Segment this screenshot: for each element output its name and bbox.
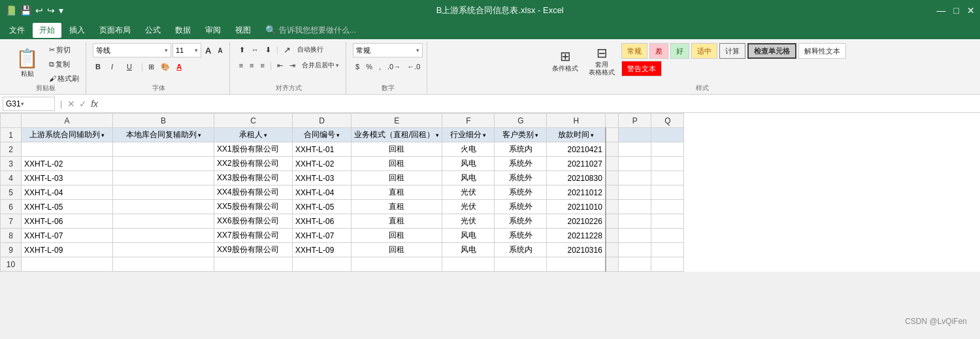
customize-icon[interactable]: ▾	[59, 5, 63, 16]
menu-home[interactable]: 开始	[33, 23, 61, 38]
format-as-table-button[interactable]: ⊟ 套用表格格式	[585, 43, 619, 78]
align-right-button[interactable]: ≡	[257, 59, 267, 72]
border-button[interactable]: ⊞	[146, 60, 157, 73]
cell-d10[interactable]	[293, 257, 351, 272]
cell-c9[interactable]: XX9股份有限公司	[214, 243, 293, 257]
cell-d3[interactable]: XXHT-L-02	[293, 157, 351, 171]
cell-a2[interactable]	[22, 142, 113, 157]
maximize-icon[interactable]: □	[954, 5, 959, 16]
cell-h9[interactable]: 20210316	[547, 243, 606, 257]
menu-view[interactable]: 视图	[229, 23, 257, 38]
style-calc[interactable]: 计算	[719, 43, 745, 59]
name-box[interactable]: G31 ▾	[3, 97, 55, 111]
cell-q2[interactable]	[651, 142, 684, 157]
cell-c10[interactable]	[214, 257, 293, 272]
percent-button[interactable]: %	[363, 60, 375, 73]
increase-decimal-button[interactable]: ←.0	[404, 60, 423, 73]
col-header-e[interactable]: E	[351, 114, 442, 128]
cell-d7[interactable]: XXHT-L-06	[293, 214, 351, 229]
cell-e4[interactable]: 回租	[351, 171, 442, 186]
cell-b10[interactable]	[113, 257, 214, 272]
font-size-increase-button[interactable]: A	[203, 44, 214, 57]
save-icon[interactable]: 💾	[20, 5, 31, 16]
cut-button[interactable]: ✂ 剪切	[46, 43, 82, 56]
cell-e10[interactable]	[351, 257, 442, 272]
font-name-selector[interactable]: 等线 ▾	[93, 43, 171, 57]
cell-b3[interactable]	[113, 157, 214, 171]
cell-h6[interactable]: 20211010	[547, 200, 606, 214]
cell-f2[interactable]: 火电	[442, 142, 495, 157]
cell-p1[interactable]	[619, 128, 651, 142]
font-size-decrease-button[interactable]: A	[215, 44, 225, 57]
menu-insert[interactable]: 插入	[63, 23, 91, 38]
cell-q9[interactable]	[651, 243, 684, 257]
bold-button[interactable]: B	[93, 60, 107, 73]
cell-e1[interactable]: 业务模式（直租/回租）▾	[351, 128, 442, 142]
cell-e5[interactable]: 直租	[351, 186, 442, 200]
menu-data[interactable]: 数据	[169, 23, 197, 38]
cell-d1[interactable]: 合同编号▾	[293, 128, 351, 142]
cell-p9[interactable]	[619, 243, 651, 257]
style-good[interactable]: 好	[670, 43, 689, 59]
cell-a8[interactable]: XXHT-L-07	[22, 229, 113, 243]
cell-p5[interactable]	[619, 186, 651, 200]
cell-h2[interactable]: 20210421	[547, 142, 606, 157]
cell-a1[interactable]: 上游系统合同辅助列▾	[22, 128, 113, 142]
cell-p3[interactable]	[619, 157, 651, 171]
minimize-icon[interactable]: —	[937, 5, 946, 16]
cell-c2[interactable]: XX1股份有限公司	[214, 142, 293, 157]
cell-f3[interactable]: 风电	[442, 157, 495, 171]
cell-c8[interactable]: XX7股份有限公司	[214, 229, 293, 243]
col-header-b[interactable]: B	[113, 114, 214, 128]
cell-e9[interactable]: 回租	[351, 243, 442, 257]
cell-f10[interactable]	[442, 257, 495, 272]
cell-q3[interactable]	[651, 157, 684, 171]
cell-g10[interactable]	[495, 257, 547, 272]
merge-center-button[interactable]: 合并后居中 ▾	[299, 59, 342, 72]
wrap-text-button[interactable]: 自动换行	[295, 43, 326, 56]
cell-q5[interactable]	[651, 186, 684, 200]
copy-button[interactable]: ⧉ 复制	[46, 57, 82, 71]
close-icon[interactable]: ✕	[967, 5, 975, 16]
cell-c7[interactable]: XX6股份有限公司	[214, 214, 293, 229]
cell-q7[interactable]	[651, 214, 684, 229]
cell-b8[interactable]	[113, 229, 214, 243]
cell-f9[interactable]: 风电	[442, 243, 495, 257]
increase-indent-button[interactable]: ⇥	[287, 59, 298, 72]
cell-d6[interactable]: XXHT-L-05	[293, 200, 351, 214]
cell-h10[interactable]	[547, 257, 606, 272]
col-header-p[interactable]: P	[619, 114, 651, 128]
decrease-indent-button[interactable]: ⇤	[274, 59, 286, 72]
align-bottom-button[interactable]: ⬇	[263, 43, 274, 56]
cell-g8[interactable]: 系统外	[495, 229, 547, 243]
style-warn[interactable]: 警告文本	[621, 61, 662, 76]
cell-q8[interactable]	[651, 229, 684, 243]
cell-p8[interactable]	[619, 229, 651, 243]
cell-g9[interactable]: 系统内	[495, 243, 547, 257]
comma-button[interactable]: ,	[376, 60, 384, 73]
format-painter-button[interactable]: 🖌 格式刷	[46, 72, 82, 85]
cell-a3[interactable]: XXHT-L-02	[22, 157, 113, 171]
cell-a10[interactable]	[22, 257, 113, 272]
paste-button[interactable]: 📋 粘贴	[9, 43, 45, 82]
cell-p10[interactable]	[619, 257, 651, 272]
cell-c6[interactable]: XX5股份有限公司	[214, 200, 293, 214]
cell-d9[interactable]: XXHT-L-09	[293, 243, 351, 257]
conditional-format-button[interactable]: ⊞ 条件格式	[548, 43, 582, 78]
menu-file[interactable]: 文件	[3, 23, 31, 38]
align-left-button[interactable]: ≡	[237, 59, 246, 72]
cell-b1[interactable]: 本地库合同复辅助列▾	[113, 128, 214, 142]
orientation-button[interactable]: ↗	[281, 43, 293, 56]
align-middle-button[interactable]: ↔	[249, 43, 261, 56]
cell-e2[interactable]: 回租	[351, 142, 442, 157]
cell-p2[interactable]	[619, 142, 651, 157]
cell-f4[interactable]: 风电	[442, 171, 495, 186]
font-color-button[interactable]: A	[174, 60, 184, 73]
number-format-selector[interactable]: 常规 ▾	[353, 43, 423, 57]
search-bar[interactable]: 🔍 告诉我您想要做什么...	[265, 25, 356, 36]
cell-d8[interactable]: XXHT-L-07	[293, 229, 351, 243]
font-size-selector[interactable]: 11 ▾	[172, 43, 201, 57]
col-header-d[interactable]: D	[293, 114, 351, 128]
decrease-decimal-button[interactable]: .0→	[385, 60, 403, 73]
cell-c4[interactable]: XX3股份有限公司	[214, 171, 293, 186]
